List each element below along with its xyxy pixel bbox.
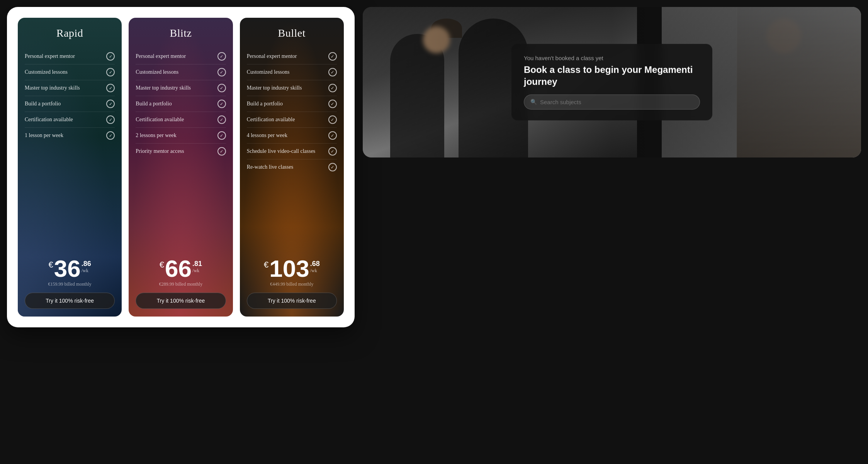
feature-item: 1 lesson per week ✓ xyxy=(25,128,115,143)
price-decimal: .81 xyxy=(192,260,202,268)
check-icon: ✓ xyxy=(328,100,337,108)
price-decimal: .86 xyxy=(82,260,91,268)
feature-text: Re-watch live classes xyxy=(247,164,294,170)
feature-text: 4 lessons per week xyxy=(247,132,287,139)
try-button-rapid[interactable]: Try it 100% risk-free xyxy=(25,293,115,309)
feature-item: Certification available ✓ xyxy=(247,112,337,128)
check-icon: ✓ xyxy=(328,84,337,92)
plan-card-bullet: Bullet Personal expert mentor ✓ Customiz… xyxy=(240,18,344,317)
check-icon: ✓ xyxy=(217,84,226,92)
check-icon: ✓ xyxy=(328,68,337,76)
check-icon: ✓ xyxy=(328,115,337,124)
price-integer: 103 xyxy=(269,257,309,281)
feature-item: Build a portfolio ✓ xyxy=(136,96,226,112)
feature-text: Build a portfolio xyxy=(136,101,172,107)
feature-list-blitz: Personal expert mentor ✓ Customized less… xyxy=(136,49,226,251)
price-billed: €449.99 billed monthly xyxy=(247,281,337,287)
feature-item: Master top industry skills ✓ xyxy=(136,80,226,96)
price-integer: 36 xyxy=(54,257,81,281)
feature-item: Personal expert mentor ✓ xyxy=(25,49,115,64)
check-icon: ✓ xyxy=(328,147,337,156)
feature-text: Master top industry skills xyxy=(247,85,302,91)
feature-text: Build a portfolio xyxy=(25,101,61,107)
feature-item: Certification available ✓ xyxy=(25,112,115,128)
pricing-container: Rapid Personal expert mentor ✓ Customize… xyxy=(7,7,355,327)
info-title: Book a class to begin your Megamenti jou… xyxy=(524,64,700,88)
feature-item: Customized lessons ✓ xyxy=(247,64,337,80)
price-per: /wk xyxy=(82,268,88,274)
search-icon: 🔍 xyxy=(530,99,537,105)
plan-title-rapid: Rapid xyxy=(25,27,115,39)
plan-card-rapid: Rapid Personal expert mentor ✓ Customize… xyxy=(18,18,122,317)
feature-text: 2 lessons per week xyxy=(136,132,176,139)
feature-item: Priority mentor access ✓ xyxy=(136,144,226,159)
feature-item: Master top industry skills ✓ xyxy=(247,80,337,96)
price-per: /wk xyxy=(310,268,317,274)
check-icon: ✓ xyxy=(217,68,226,76)
price-currency: € xyxy=(264,260,268,270)
check-icon: ✓ xyxy=(217,115,226,124)
check-icon: ✓ xyxy=(106,68,115,76)
check-icon: ✓ xyxy=(217,52,226,61)
check-icon: ✓ xyxy=(106,131,115,140)
feature-text: 1 lesson per week xyxy=(25,132,63,139)
feature-text: Certification available xyxy=(247,117,295,123)
check-icon: ✓ xyxy=(217,147,226,156)
price-currency: € xyxy=(49,260,53,270)
feature-text: Personal expert mentor xyxy=(247,53,297,59)
check-icon: ✓ xyxy=(106,100,115,108)
feature-text: Certification available xyxy=(25,117,73,123)
price-billed: €289.99 billed monthly xyxy=(136,281,226,287)
plan-card-blitz: Blitz Personal expert mentor ✓ Customize… xyxy=(129,18,233,317)
price-per: /wk xyxy=(192,268,199,274)
feature-item: Build a portfolio ✓ xyxy=(247,96,337,112)
feature-item: Re-watch live classes ✓ xyxy=(247,159,337,175)
feature-list-rapid: Personal expert mentor ✓ Customized less… xyxy=(25,49,115,251)
price-integer: 66 xyxy=(165,257,192,281)
check-icon: ✓ xyxy=(328,163,337,171)
price-currency: € xyxy=(160,260,164,270)
feature-item: Personal expert mentor ✓ xyxy=(247,49,337,64)
feature-text: Master top industry skills xyxy=(136,85,191,91)
feature-item: Schedule live video-call classes ✓ xyxy=(247,144,337,159)
feature-item: Master top industry skills ✓ xyxy=(25,80,115,96)
check-icon: ✓ xyxy=(217,100,226,108)
feature-item: Customized lessons ✓ xyxy=(136,64,226,80)
check-icon: ✓ xyxy=(106,84,115,92)
price-decimal: .68 xyxy=(310,260,320,268)
check-icon: ✓ xyxy=(328,52,337,61)
feature-item: 4 lessons per week ✓ xyxy=(247,128,337,144)
plan-title-bullet: Bullet xyxy=(247,27,337,39)
feature-text: Personal expert mentor xyxy=(25,53,75,59)
feature-item: Certification available ✓ xyxy=(136,112,226,128)
price-billed: €159.99 billed monthly xyxy=(25,281,115,287)
search-input[interactable] xyxy=(540,99,693,105)
feature-text: Customized lessons xyxy=(25,69,68,75)
feature-item: Personal expert mentor ✓ xyxy=(136,49,226,64)
search-box[interactable]: 🔍 xyxy=(524,95,700,110)
plan-pricing-blitz: € 66 .81 /wk €289.99 billed monthly Try … xyxy=(136,257,226,309)
feature-list-bullet: Personal expert mentor ✓ Customized less… xyxy=(247,49,337,251)
try-button-blitz[interactable]: Try it 100% risk-free xyxy=(136,293,226,309)
feature-text: Certification available xyxy=(136,117,184,123)
info-box: You haven't booked a class yet Book a cl… xyxy=(511,44,712,120)
feature-text: Priority mentor access xyxy=(136,148,184,154)
plan-title-blitz: Blitz xyxy=(136,27,226,39)
check-icon: ✓ xyxy=(328,131,337,140)
feature-text: Master top industry skills xyxy=(25,85,80,91)
feature-text: Build a portfolio xyxy=(247,101,283,107)
info-subtitle: You haven't booked a class yet xyxy=(524,55,700,61)
feature-item: Build a portfolio ✓ xyxy=(25,96,115,112)
plan-pricing-bullet: € 103 .68 /wk €449.99 billed monthly Try… xyxy=(247,257,337,309)
feature-text: Personal expert mentor xyxy=(136,53,186,59)
check-icon: ✓ xyxy=(106,52,115,61)
check-icon: ✓ xyxy=(106,115,115,124)
feature-text: Customized lessons xyxy=(247,69,290,75)
feature-item: Customized lessons ✓ xyxy=(25,64,115,80)
check-icon: ✓ xyxy=(217,131,226,140)
try-button-bullet[interactable]: Try it 100% risk-free xyxy=(247,293,337,309)
feature-item: 2 lessons per week ✓ xyxy=(136,128,226,144)
plan-pricing-rapid: € 36 .86 /wk €159.99 billed monthly Try … xyxy=(25,257,115,309)
feature-text: Schedule live video-call classes xyxy=(247,148,316,154)
right-panel: You haven't booked a class yet Book a cl… xyxy=(363,7,861,157)
